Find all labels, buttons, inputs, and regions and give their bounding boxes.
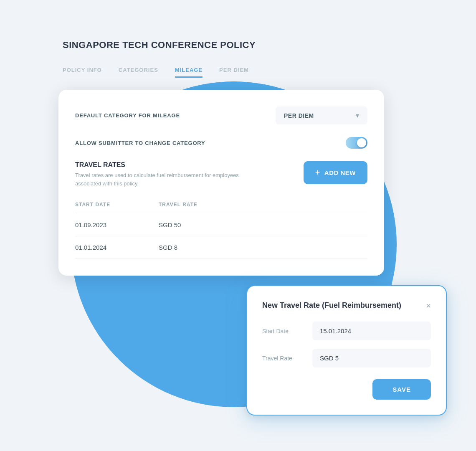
page-title: SINGAPORE TECH CONFERENCE POLICY bbox=[63, 40, 256, 51]
col-header-travel-rate: TRAVEL RATE bbox=[159, 202, 367, 208]
start-date-field: Start Date bbox=[262, 322, 431, 340]
tab-categories[interactable]: CATEGORIES bbox=[119, 67, 158, 78]
travel-rate-label: Travel Rate bbox=[262, 355, 312, 362]
row-travel-rate: SGD 50 bbox=[159, 221, 367, 228]
travel-rates-header: TRAVEL RATES Travel rates are used to ca… bbox=[75, 161, 367, 187]
new-travel-rate-dialog: New Travel Rate (Fuel Reimbursement) × S… bbox=[246, 285, 447, 416]
add-new-label: ADD NEW bbox=[324, 169, 356, 176]
table-header: START DATE TRAVEL RATE bbox=[75, 198, 367, 212]
table-row[interactable]: 01.01.2024 SGD 8 bbox=[75, 236, 367, 259]
travel-rates-desc: Travel rates are used to calculate fuel … bbox=[75, 171, 259, 187]
toggle-wrapper bbox=[346, 137, 367, 149]
allow-change-toggle[interactable] bbox=[346, 137, 367, 149]
travel-rates-title: TRAVEL RATES bbox=[75, 161, 259, 169]
tab-policy-info[interactable]: POLICY INFO bbox=[63, 67, 102, 78]
dropdown-selected-value: PER DIEM bbox=[284, 112, 314, 119]
tab-navigation: POLICY INFO CATEGORIES MILEAGE PER DIEM bbox=[63, 67, 249, 78]
table-row[interactable]: 01.09.2023 SGD 50 bbox=[75, 214, 367, 236]
save-button[interactable]: SAVE bbox=[372, 379, 431, 400]
row-start-date: 01.09.2023 bbox=[75, 221, 159, 228]
travel-rates-info: TRAVEL RATES Travel rates are used to ca… bbox=[75, 161, 259, 187]
tab-per-diem[interactable]: PER DIEM bbox=[219, 67, 249, 78]
add-new-button[interactable]: + ADD NEW bbox=[304, 161, 367, 184]
travel-rate-field: Travel Rate bbox=[262, 349, 431, 367]
dialog-footer: SAVE bbox=[262, 379, 431, 400]
start-date-input[interactable] bbox=[312, 322, 431, 340]
allow-change-row: ALLOW SUBMITTER TO CHANGE CATEGORY bbox=[75, 137, 367, 149]
dialog-title: New Travel Rate (Fuel Reimbursement) bbox=[262, 301, 401, 310]
dialog-close-button[interactable]: × bbox=[426, 302, 431, 310]
default-category-label: DEFAULT CATEGORY FOR MILEAGE bbox=[75, 112, 180, 119]
toggle-knob bbox=[357, 138, 366, 147]
col-header-start-date: START DATE bbox=[75, 202, 159, 208]
default-category-row: DEFAULT CATEGORY FOR MILEAGE PER DIEM ▾ bbox=[75, 106, 367, 124]
start-date-label: Start Date bbox=[262, 328, 312, 334]
default-category-dropdown[interactable]: PER DIEM ▾ bbox=[276, 106, 367, 124]
travel-rate-input[interactable] bbox=[312, 349, 431, 367]
chevron-down-icon: ▾ bbox=[356, 111, 359, 119]
row-start-date: 01.01.2024 bbox=[75, 244, 159, 251]
main-card: DEFAULT CATEGORY FOR MILEAGE PER DIEM ▾ … bbox=[58, 90, 384, 276]
dialog-header: New Travel Rate (Fuel Reimbursement) × bbox=[262, 301, 431, 310]
tab-mileage[interactable]: MILEAGE bbox=[175, 67, 203, 78]
row-travel-rate: SGD 8 bbox=[159, 244, 367, 251]
allow-change-label: ALLOW SUBMITTER TO CHANGE CATEGORY bbox=[75, 140, 205, 146]
plus-icon: + bbox=[315, 168, 320, 177]
